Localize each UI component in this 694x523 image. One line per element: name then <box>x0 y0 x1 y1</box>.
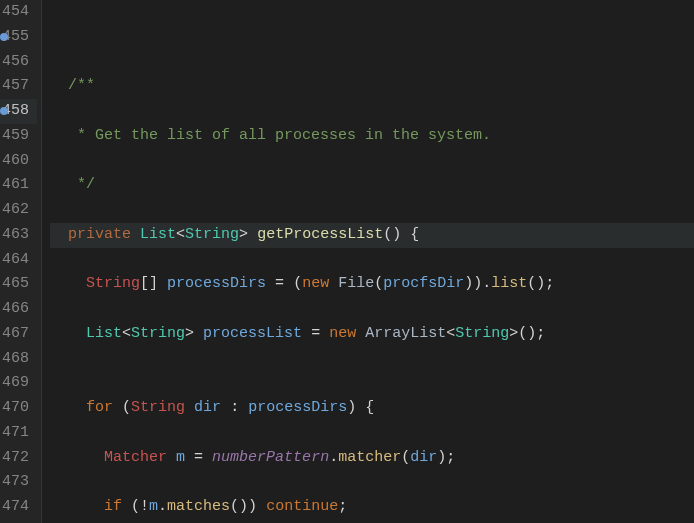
var: dir <box>194 399 221 416</box>
javadoc-line-prefix: * <box>68 127 95 144</box>
line-number[interactable]: 473 <box>0 470 37 495</box>
type-string: String <box>86 275 140 292</box>
code-line: /** <box>50 74 694 99</box>
line-number[interactable]: 455 <box>0 25 37 50</box>
method: list <box>491 275 527 292</box>
kw-new: new <box>329 325 356 342</box>
type-string: String <box>455 325 509 342</box>
type-file: File <box>338 275 374 292</box>
var: m <box>176 449 185 466</box>
line-number[interactable]: 460 <box>0 149 37 174</box>
line-number[interactable]: 469 <box>0 371 37 396</box>
var: dir <box>410 449 437 466</box>
method-decl: getProcessList <box>257 226 383 243</box>
var: processDirs <box>167 275 266 292</box>
code-line: * Get the list of all processes in the s… <box>50 124 694 149</box>
code-editor-content[interactable]: /** * Get the list of all processes in t… <box>42 0 694 523</box>
line-number[interactable]: 462 <box>0 198 37 223</box>
line-number-gutter: 4544554564574584594604614624634644654664… <box>0 0 42 523</box>
javadoc-text: Get the list of all processes in the sys… <box>95 127 491 144</box>
kw-new: new <box>302 275 329 292</box>
var: processList <box>203 325 302 342</box>
line-number[interactable]: 459 <box>0 124 37 149</box>
line-number[interactable]: 454 <box>0 0 37 25</box>
breakpoint-marker[interactable] <box>0 107 8 115</box>
kw-private: private <box>68 226 131 243</box>
breakpoint-marker[interactable] <box>0 33 8 41</box>
type-string: String <box>131 399 185 416</box>
line-number[interactable]: 461 <box>0 173 37 198</box>
type-matcher: Matcher <box>104 449 167 466</box>
line-number[interactable]: 474 <box>0 495 37 520</box>
line-number[interactable]: 458 <box>0 99 37 124</box>
kw-continue: continue <box>266 498 338 515</box>
type-list: List <box>86 325 122 342</box>
var: m <box>149 498 158 515</box>
line-number[interactable]: 472 <box>0 446 37 471</box>
line-number[interactable]: 468 <box>0 347 37 372</box>
line-number[interactable]: 463 <box>0 223 37 248</box>
line-number[interactable]: 466 <box>0 297 37 322</box>
code-line: List<String> processList = new ArrayList… <box>50 322 694 347</box>
method: matches <box>167 498 230 515</box>
line-number[interactable]: 470 <box>0 396 37 421</box>
line-number[interactable]: 457 <box>0 74 37 99</box>
line-number[interactable]: 467 <box>0 322 37 347</box>
javadoc-open: /** <box>68 77 95 94</box>
method: matcher <box>338 449 401 466</box>
type-string: String <box>185 226 239 243</box>
javadoc-close: */ <box>68 176 95 193</box>
code-line: */ <box>50 173 694 198</box>
code-line-current: private List<String> getProcessList() { <box>50 223 694 248</box>
code-line: if (!m.matches()) continue; <box>50 495 694 520</box>
type-list: List <box>140 226 176 243</box>
type-string: String <box>131 325 185 342</box>
line-number[interactable]: 456 <box>0 50 37 75</box>
code-line: String[] processDirs = (new File(procfsD… <box>50 272 694 297</box>
line-number[interactable]: 471 <box>0 421 37 446</box>
code-line: Matcher m = numberPattern.matcher(dir); <box>50 446 694 471</box>
type-arraylist: ArrayList <box>365 325 446 342</box>
var: procfsDir <box>383 275 464 292</box>
line-number[interactable]: 465 <box>0 272 37 297</box>
var: processDirs <box>248 399 347 416</box>
field: numberPattern <box>212 449 329 466</box>
kw-for: for <box>86 399 113 416</box>
kw-if: if <box>104 498 122 515</box>
line-number[interactable]: 464 <box>0 248 37 273</box>
code-line: for (String dir : processDirs) { <box>50 396 694 421</box>
